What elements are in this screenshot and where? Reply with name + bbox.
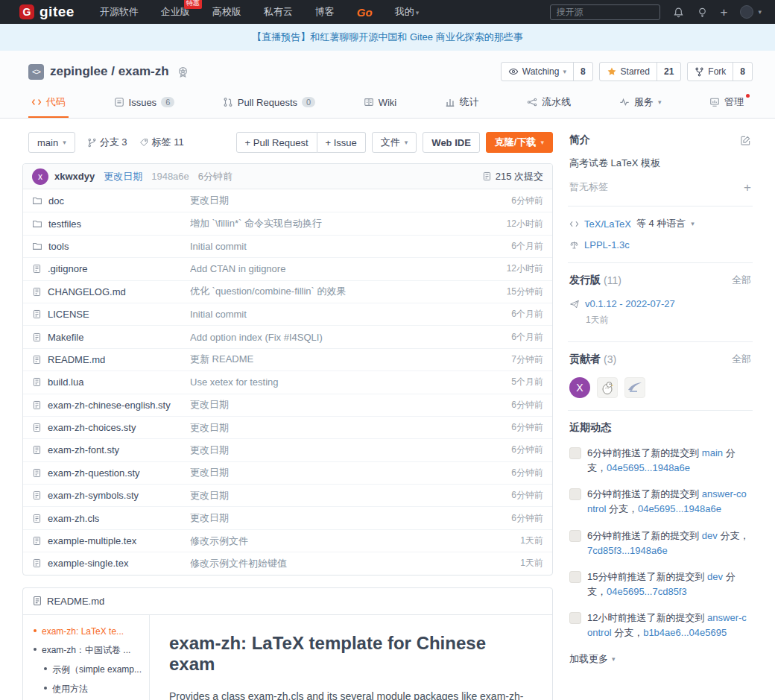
tab-wiki[interactable]: Wiki (361, 89, 400, 118)
file-row[interactable]: testfiles 增加 `\fillin*` 命令实现自动换行 12小时前 (23, 212, 552, 234)
branch-link[interactable]: main (702, 447, 723, 458)
nav-item-mine[interactable]: 我的▾ (395, 5, 420, 19)
toc-link[interactable]: exam-zh: LaTeX te... (42, 625, 124, 638)
file-name-link[interactable]: exam-zh-choices.sty (48, 422, 136, 433)
tab-statistics[interactable]: 统计 (442, 89, 482, 118)
watch-button[interactable]: Watching▾ 8 (501, 62, 593, 81)
language-link[interactable]: TeX/LaTeX (584, 218, 631, 230)
file-name-link[interactable]: README.md (48, 354, 105, 365)
file-commit-message-link[interactable]: 更新 README (190, 353, 504, 366)
file-commit-message-link[interactable]: 增加 `\fillin*` 命令实现自动换行 (190, 217, 499, 230)
readme-toc-item[interactable]: 使用方法 (44, 683, 145, 696)
plus-icon[interactable]: + (721, 6, 728, 19)
lightbulb-icon[interactable] (697, 7, 708, 18)
load-more-button[interactable]: 加载更多▾ (569, 652, 751, 666)
readme-toc-item[interactable]: 示例（simple examp... (44, 663, 145, 676)
file-commit-message-link[interactable]: Initial commit (190, 241, 504, 252)
file-row[interactable]: .gitignore Add CTAN in gitignore 12小时前 (23, 257, 552, 280)
file-name-link[interactable]: example-multiple.tex (48, 535, 136, 546)
file-row[interactable]: example-multiple.tex 修改示例文件 1天前 (23, 529, 552, 552)
star-count[interactable]: 21 (657, 63, 680, 81)
file-row[interactable]: README.md 更新 README 7分钟前 (23, 348, 552, 371)
file-commit-message-link[interactable]: Use xetex for testing (190, 376, 504, 388)
file-name-link[interactable]: exam-zh.cls (48, 513, 99, 524)
file-commit-message-link[interactable]: Initial commit (190, 309, 504, 320)
file-name-link[interactable]: exam-zh-question.sty (48, 467, 140, 479)
file-name-link[interactable]: Makefile (48, 332, 83, 343)
file-row[interactable]: exam-zh-choices.sty 更改日期 6分钟前 (23, 416, 552, 438)
file-row[interactable]: exam-zh.cls 更改日期 6分钟前 (23, 506, 552, 529)
file-row[interactable]: CHANGELOG.md 优化 `question/combine-fillin… (23, 280, 552, 303)
commit-range-link[interactable]: 04e5695...7cd85f3 (607, 586, 687, 597)
file-row[interactable]: exam-zh-question.sty 更改日期 6分钟前 (23, 461, 552, 484)
fork-button[interactable]: Fork 8 (687, 62, 753, 81)
file-name-link[interactable]: exam-zh-symbols.sty (48, 490, 139, 501)
license-row[interactable]: LPPL-1.3c (569, 239, 751, 250)
toc-link[interactable]: 示例（simple examp... (52, 663, 142, 676)
file-commit-message-link[interactable]: 更改日期 (190, 398, 504, 412)
bell-icon[interactable] (673, 7, 684, 18)
file-name-link[interactable]: .gitignore (48, 263, 87, 274)
file-commit-message-link[interactable]: 更改日期 (190, 511, 504, 525)
file-row[interactable]: exam-zh-symbols.sty 更改日期 6分钟前 (23, 484, 552, 506)
file-commit-message-link[interactable]: Add option index (Fix #I4SQLI) (190, 332, 504, 343)
file-commit-message-link[interactable]: 更改日期 (190, 444, 504, 457)
nav-item-education[interactable]: 高校版 (212, 5, 241, 19)
file-name-link[interactable]: CHANGELOG.md (48, 286, 126, 297)
tab-pipelines[interactable]: 流水线 (524, 89, 574, 118)
file-row[interactable]: example-single.tex 修改示例文件初始键值 1天前 (23, 552, 552, 574)
watch-count[interactable]: 8 (573, 63, 592, 81)
release-link[interactable]: v0.1.12 - 2022-07-27 (585, 298, 675, 309)
file-row[interactable]: build.lua Use xetex for testing 5个月前 (23, 371, 552, 393)
file-name-link[interactable]: LICENSE (48, 309, 89, 320)
file-row[interactable]: LICENSE Initial commit 6个月前 (23, 303, 552, 325)
commit-message-link[interactable]: 更改日期 (104, 170, 142, 183)
contributor-avatar-2[interactable] (597, 377, 618, 398)
file-commit-message-link[interactable]: 修改示例文件初始键值 (190, 557, 513, 570)
file-row[interactable]: Makefile Add option index (Fix #I4SQLI) … (23, 325, 552, 347)
languages-row[interactable]: TeX/LaTeX 等 4 种语言 ▾ (569, 217, 751, 230)
file-menu-button[interactable]: 文件▾ (372, 132, 417, 153)
commit-range-link[interactable]: 7cd85f3...1948a6e (587, 545, 668, 556)
add-tag-icon[interactable]: + (744, 181, 751, 194)
commit-range-link[interactable]: b1b4ae6...04e5695 (643, 627, 727, 638)
commits-total-link[interactable]: 215 次提交 (482, 170, 543, 183)
file-name-link[interactable]: testfiles (48, 218, 81, 230)
web-ide-button[interactable]: Web IDE (423, 132, 480, 153)
user-menu[interactable]: ▾ (740, 5, 762, 19)
tab-issues[interactable]: Issues6 (111, 89, 178, 118)
new-issue-button[interactable]: + Issue (317, 132, 366, 153)
file-name-link[interactable]: doc (48, 195, 64, 206)
file-name-link[interactable]: example-single.tex (48, 558, 128, 569)
nav-item-private-cloud[interactable]: 私有云 (264, 5, 293, 19)
contributor-avatar-3[interactable] (624, 377, 645, 398)
tab-manage[interactable]: 管理 (706, 89, 747, 118)
clone-download-button[interactable]: 克隆/下载▾ (486, 132, 553, 153)
file-name-link[interactable]: tools (48, 241, 69, 252)
branch-selector[interactable]: main▾ (28, 132, 75, 153)
file-commit-message-link[interactable]: 更改日期 (190, 466, 504, 479)
tab-services[interactable]: 服务▾ (616, 89, 665, 118)
file-name-link[interactable]: exam-zh-chinese-english.sty (48, 400, 171, 411)
file-commit-message-link[interactable]: 更改日期 (190, 194, 504, 207)
readme-toc-item[interactable]: exam-zh：中国试卷 ... (34, 644, 145, 657)
file-row[interactable]: doc 更改日期 6分钟前 (23, 189, 552, 212)
edit-icon[interactable] (740, 135, 751, 146)
commit-range-link[interactable]: 04e5695...1948a6e (607, 462, 690, 473)
tab-pull-requests[interactable]: Pull Requests0 (220, 89, 318, 118)
license-link[interactable]: LPPL-1.3c (584, 239, 630, 250)
star-button[interactable]: Starred 21 (599, 62, 682, 81)
commit-sha[interactable]: 1948a6e (151, 171, 189, 182)
releases-all-link[interactable]: 全部 (732, 274, 751, 287)
file-commit-message-link[interactable]: 修改示例文件 (190, 535, 513, 548)
file-row[interactable]: tools Initial commit 6个月前 (23, 235, 552, 257)
nav-item-blog[interactable]: 博客 (315, 5, 335, 19)
branch-link[interactable]: dev (702, 530, 718, 541)
nav-item-opensource[interactable]: 开源软件 (100, 5, 139, 19)
commit-range-link[interactable]: 04e5695...1948a6e (638, 503, 721, 514)
file-commit-message-link[interactable]: 优化 `question/combine-fillin` 的效果 (190, 285, 499, 298)
contributor-avatar-1[interactable]: X (569, 377, 590, 398)
file-name-link[interactable]: build.lua (48, 376, 83, 388)
tab-code[interactable]: 代码 (28, 89, 69, 118)
gitee-logo[interactable]: G gitee (19, 4, 75, 20)
